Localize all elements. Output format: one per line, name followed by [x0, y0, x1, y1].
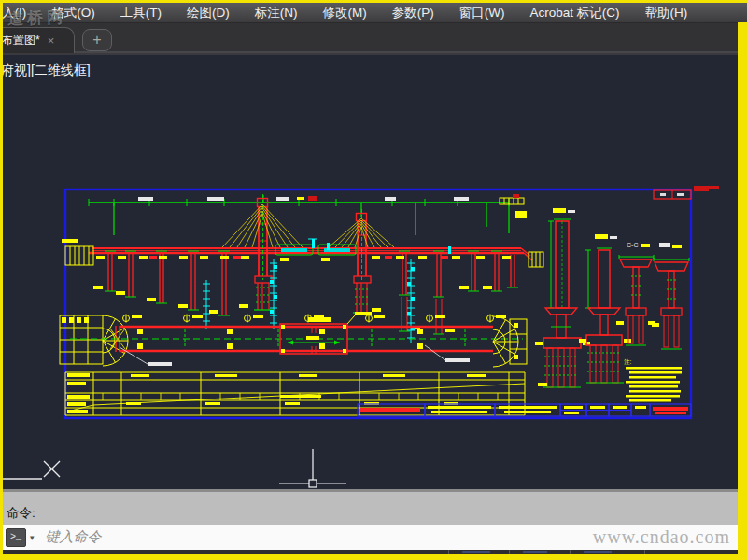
tab-close-icon[interactable]: ×	[48, 35, 55, 47]
frame-border-bottom	[0, 554, 747, 560]
menu-insert[interactable]: 入(I)	[2, 5, 26, 21]
frame-border-right	[738, 22, 747, 560]
tab-layout-active[interactable]: 布置图* ×	[0, 27, 75, 53]
file-tab-bar: 布置图* × +	[0, 23, 747, 53]
menu-format[interactable]: 格式(O)	[51, 5, 95, 21]
command-prompt-icon[interactable]: >_	[6, 528, 26, 547]
command-input-placeholder[interactable]: 键入命令	[46, 528, 102, 546]
command-dropdown-icon[interactable]: ▾	[30, 533, 35, 542]
menu-draw[interactable]: 绘图(D)	[187, 5, 230, 21]
menu-tools[interactable]: 工具(T)	[120, 5, 162, 21]
menu-acrobat[interactable]: Acrobat 标记(C)	[529, 5, 619, 21]
tab-label: 布置图*	[2, 33, 40, 49]
frame-border-top	[0, 0, 747, 3]
site-url-watermark: www.cndao.com	[593, 526, 730, 548]
command-history-panel: 命令:	[3, 489, 738, 525]
menu-help[interactable]: 帮助(H)	[645, 5, 688, 21]
canvas-top-divider	[3, 53, 738, 55]
drawing-canvas[interactable]: 府视][二维线框]	[3, 53, 738, 489]
menu-modify[interactable]: 修改(M)	[323, 5, 367, 21]
command-input-row[interactable]: >_ ▾ 键入命令 www.cndao.com	[3, 525, 738, 550]
viewport-view-label[interactable]: 府视][二维线框]	[1, 63, 91, 79]
menu-dimension[interactable]: 标注(N)	[255, 5, 298, 21]
frame-border-left	[0, 0, 3, 560]
new-tab-button[interactable]: +	[82, 29, 112, 51]
status-chip	[584, 551, 612, 553]
menu-bar: 入(I) 格式(O) 工具(T) 绘图(D) 标注(N) 修改(M) 参数(P)…	[0, 3, 747, 23]
status-chip	[523, 551, 547, 553]
menu-parametric[interactable]: 参数(P)	[392, 5, 434, 21]
status-chip	[462, 551, 490, 553]
menu-window[interactable]: 窗口(W)	[459, 5, 505, 21]
command-history-line: 命令:	[7, 505, 35, 522]
